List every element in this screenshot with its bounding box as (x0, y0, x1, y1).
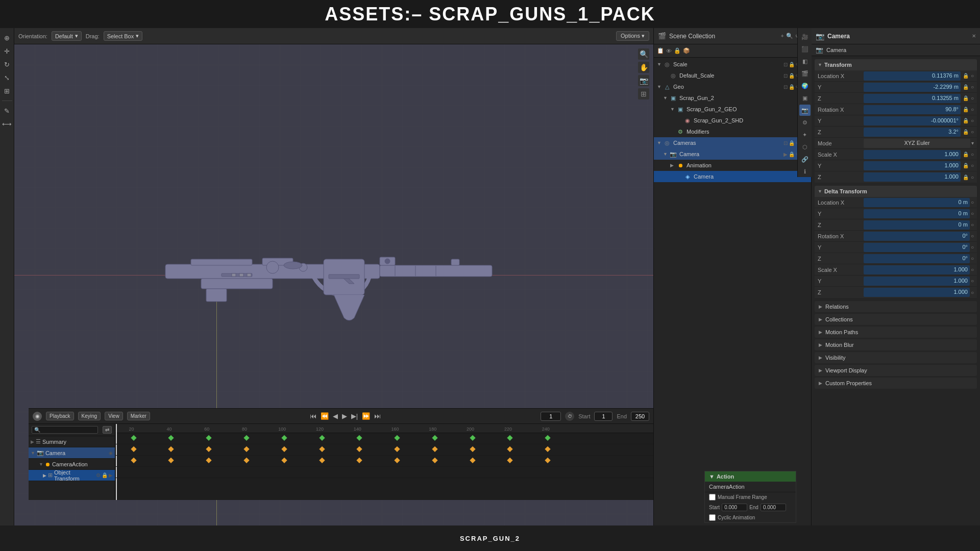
collections-section[interactable]: ▶ Collections (815, 314, 977, 325)
location-x-anim[interactable]: ○ (971, 73, 974, 79)
co-v1[interactable]: ▶ (783, 152, 788, 157)
location-y-lock[interactable]: 🔒 (962, 84, 970, 90)
props-close[interactable]: ✕ (972, 33, 976, 39)
kf[interactable] (545, 457, 551, 463)
transform-tool[interactable]: ⊞ (2, 85, 13, 96)
pis-physics-icon[interactable]: ⬡ (799, 141, 811, 153)
kf[interactable] (319, 446, 325, 452)
geo-v1[interactable]: ⊡ (783, 84, 788, 90)
pis-render-icon[interactable]: 🎥 (799, 31, 811, 42)
current-frame-display[interactable]: 1 (541, 412, 561, 421)
tree-item-cameras[interactable]: ▼ ◎ Cameras ⊡🔒👁📷 (654, 137, 811, 148)
co-v2[interactable]: 🔒 (789, 152, 795, 157)
pis-view-layer-icon[interactable]: ◧ (799, 56, 811, 67)
dloc-x-value[interactable]: 0 m (864, 198, 970, 207)
dscale-z-anim[interactable]: ○ (971, 290, 974, 295)
tree-item-geo[interactable]: ▼ △ Geo ⊡🔒👁📷 (654, 81, 811, 92)
play-btn[interactable]: ▶ (340, 412, 349, 420)
kf[interactable] (281, 457, 287, 463)
pis-output-icon[interactable]: ⬛ (799, 43, 811, 55)
tree-item-scrap-gun-2-geo[interactable]: ▼ ▣ Scrap_Gun_2_GEO (654, 104, 811, 115)
keying-btn[interactable]: Keying (78, 412, 101, 420)
scale-y-value[interactable]: 1.000 (864, 161, 961, 170)
track-object-transform[interactable]: ▶ ⊞ Object Transform ⚙ 🔒 ▶ (29, 470, 115, 481)
ds-v1[interactable]: ⊡ (783, 73, 788, 79)
search-overlay-btn[interactable]: 🔍 (638, 48, 649, 60)
track-summary[interactable]: ▶ ☰ Summary (29, 436, 115, 447)
kf[interactable] (206, 457, 212, 463)
dscale-x-anim[interactable]: ○ (971, 267, 974, 272)
drot-x-anim[interactable]: ○ (971, 233, 974, 239)
drot-z-value[interactable]: 0° (864, 254, 970, 263)
pis-particles-icon[interactable]: ✦ (799, 129, 811, 140)
delta-transform-header[interactable]: ▼ Delta Transform (815, 186, 977, 197)
annotate-tool[interactable]: ✎ (2, 105, 13, 116)
next-keyframe-btn[interactable]: ⏩ (360, 412, 372, 420)
timeline-filter-btn[interactable]: ⇄ (103, 426, 112, 434)
scale-z-anim[interactable]: ○ (971, 174, 974, 180)
drot-y-value[interactable]: 0° (864, 243, 970, 252)
view-btn[interactable]: View (105, 412, 123, 420)
kf[interactable] (168, 446, 174, 452)
start-frame-field[interactable]: 1 (594, 412, 612, 421)
cam-v2[interactable]: 🔒 (789, 140, 795, 146)
end-frame-field[interactable]: 250 (631, 412, 649, 421)
scale-v2[interactable]: 🔒 (789, 62, 795, 67)
scale-x-lock[interactable]: 🔒 (962, 152, 970, 157)
jump-start-btn[interactable]: ⏮ (308, 412, 318, 420)
rotation-x-lock[interactable]: 🔒 (962, 107, 970, 112)
relations-section[interactable]: ▶ Relations (815, 301, 977, 312)
location-z-value[interactable]: 0.13255 m (864, 94, 961, 103)
rotate-tool[interactable]: ↻ (2, 59, 13, 70)
dloc-y-value[interactable]: 0 m (864, 209, 970, 218)
kf[interactable] (470, 446, 475, 452)
rotation-z-value[interactable]: 3.2° (864, 128, 961, 137)
rotation-y-value[interactable]: -0.000001° (864, 116, 961, 126)
kf[interactable] (319, 435, 325, 440)
scale-y-lock[interactable]: 🔒 (962, 163, 970, 168)
scale-y-anim[interactable]: ○ (971, 163, 974, 168)
kf[interactable] (131, 457, 136, 463)
tree-item-camera-data[interactable]: ◈ Camera (654, 171, 811, 182)
dscale-x-value[interactable]: 1.000 (864, 265, 970, 274)
kf[interactable] (357, 446, 362, 452)
kf[interactable] (357, 435, 362, 440)
time-mode-btn[interactable]: ⏱ (565, 412, 574, 421)
scene-filter-new[interactable]: + (781, 33, 784, 39)
drot-x-value[interactable]: 0° (864, 232, 970, 241)
transform-header[interactable]: ▼ Transform (815, 59, 977, 70)
drag-dropdown[interactable]: Select Box ▾ (104, 31, 143, 41)
grid-overlay-btn[interactable]: ⊞ (638, 88, 649, 99)
rotation-y-lock[interactable]: 🔒 (962, 118, 970, 123)
pis-object-props-icon[interactable]: ℹ (799, 166, 811, 177)
kf[interactable] (507, 457, 513, 463)
measure-tool[interactable]: ⟷ (2, 118, 13, 130)
step-fwd-btn[interactable]: ▶| (350, 412, 359, 420)
kf[interactable] (432, 457, 437, 463)
geo-v2[interactable]: 🔒 (789, 84, 795, 90)
jump-end-btn[interactable]: ⏭ (373, 412, 382, 420)
scene-tool4[interactable]: 📦 (683, 47, 690, 54)
location-y-value[interactable]: -2.2299 m (864, 83, 961, 92)
kf[interactable] (206, 446, 212, 452)
kf[interactable] (243, 435, 249, 440)
kf[interactable] (394, 435, 400, 440)
scene-filter-icon[interactable]: 🔍 (786, 33, 793, 39)
scale-tool[interactable]: ⤡ (2, 72, 13, 83)
location-x-value[interactable]: 0.11376 m (864, 71, 961, 81)
dloc-x-anim[interactable]: ○ (971, 199, 974, 205)
kf[interactable] (545, 435, 551, 440)
pis-world-icon[interactable]: 🌍 (799, 80, 811, 91)
pis-constraints-icon[interactable]: 🔗 (799, 154, 811, 165)
dscale-y-value[interactable]: 1.000 (864, 277, 970, 286)
kf[interactable] (281, 446, 287, 452)
rotation-y-anim[interactable]: ○ (971, 118, 974, 123)
timeline-mode-btn[interactable]: ◉ (33, 412, 42, 421)
motion-blur-section[interactable]: ▶ Motion Blur (815, 339, 977, 350)
rotation-x-value[interactable]: 90.8° (864, 105, 961, 114)
kf[interactable] (507, 435, 513, 440)
kf[interactable] (470, 457, 475, 463)
step-back-btn[interactable]: ◀ (331, 412, 339, 420)
drot-z-anim[interactable]: ○ (971, 256, 974, 261)
prev-keyframe-btn[interactable]: ⏪ (319, 412, 330, 420)
